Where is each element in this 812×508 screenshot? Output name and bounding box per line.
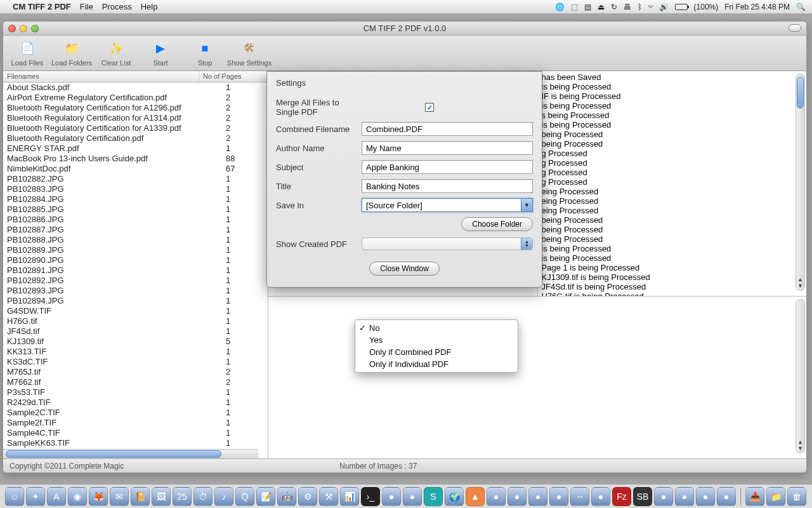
list-item[interactable]: g Processed — [542, 177, 796, 187]
dock-trash[interactable]: 🗑 — [787, 487, 806, 506]
table-row[interactable]: PB102891.JPG1 — [3, 265, 268, 276]
table-row[interactable]: PB102888.JPG1 — [3, 235, 268, 245]
dock-activity[interactable]: ⏱ — [193, 487, 213, 506]
dock-xcode[interactable]: ⚒ — [319, 487, 338, 506]
menu-help[interactable]: Help — [141, 2, 158, 11]
table-row[interactable]: AirPort Extreme Regulatory Certification… — [3, 93, 268, 103]
list-item[interactable]: being Processed — [542, 139, 796, 149]
dropbox-icon[interactable]: ⬚ — [571, 3, 578, 11]
table-row[interactable]: PB102882.JPG1 — [3, 174, 268, 184]
menu-option[interactable]: Yes — [355, 334, 518, 346]
combined-filename-field[interactable] — [362, 122, 533, 136]
table-row[interactable]: PB102890.JPG1 — [3, 255, 268, 265]
dock-terminal[interactable]: ›_ — [361, 487, 380, 506]
dock-addressbook[interactable]: 📔 — [131, 487, 150, 506]
log-scrollbar[interactable]: ▲▼ — [796, 74, 805, 291]
table-row[interactable]: About Stacks.pdf1 — [3, 83, 268, 93]
dock-safari[interactable]: ✦ — [26, 487, 45, 506]
table-row[interactable]: KS3dC.TIF1 — [3, 357, 268, 367]
list-item[interactable]: KJ1309.tif is being Processed — [542, 272, 796, 282]
col-filenames[interactable]: Filenames — [3, 71, 199, 82]
savein-combo[interactable]: [Source Folder] ▼ — [362, 198, 533, 212]
merge-checkbox[interactable]: ✓ — [425, 103, 434, 112]
dock-app10[interactable]: ● — [675, 487, 694, 506]
dock[interactable]: ☺ ✦ A ◉ 🦊 ✉ 📔 🖼 25 ⏱ ♪ Q 📝 🤖 ⚙ ⚒ 📊 ›_ ● … — [0, 484, 812, 508]
dock-teamviewer[interactable]: ↔ — [570, 487, 589, 506]
list-item[interactable]: being Processed — [542, 234, 796, 244]
table-row[interactable]: PB102885.JPG1 — [3, 204, 268, 215]
table-row[interactable]: MacBook Pro 13-inch Users Guide.pdf88 — [3, 154, 268, 164]
fax-icon[interactable]: 🖷 — [624, 3, 631, 11]
dock-dashboard[interactable]: ◉ — [68, 487, 87, 506]
table-row[interactable]: PB102886.JPG1 — [3, 215, 268, 225]
list-item[interactable]: g Processed — [542, 149, 796, 158]
table-row[interactable]: Sample2f.TIF1 — [3, 418, 268, 428]
list-item[interactable]: eing Processed — [542, 206, 796, 215]
dock-quicktime[interactable]: Q — [235, 487, 254, 506]
stop-button[interactable]: ■ Stop — [185, 38, 225, 67]
dock-firefox[interactable]: 🦊 — [89, 487, 108, 506]
app-menu-name[interactable]: CM TIFF 2 PDF — [13, 2, 71, 11]
col-pages[interactable]: No of Pages — [199, 71, 268, 82]
table-row[interactable]: Sample4C.TIF1 — [3, 428, 268, 438]
list-item[interactable]: eing Processed — [542, 196, 796, 206]
menu-option[interactable]: Only if Combined PDF — [355, 346, 518, 358]
dock-app4[interactable]: ● — [508, 487, 527, 506]
dock-app2[interactable]: ● — [403, 487, 422, 506]
load-files-button[interactable]: 📄 Load Files — [7, 38, 48, 67]
dock-skype[interactable]: S — [424, 487, 443, 506]
show-settings-button[interactable]: 🛠 Show Settings — [229, 38, 270, 67]
eject-icon[interactable]: ⏏ — [598, 3, 605, 11]
dock-sysprefs[interactable]: ⚙ — [298, 487, 317, 506]
list-item[interactable]: is being Processed — [542, 244, 796, 253]
spotlight-icon[interactable]: 🔍 — [796, 3, 806, 11]
dock-app9[interactable]: ● — [654, 487, 673, 506]
list-item[interactable]: is being Processed — [542, 253, 796, 263]
list-item[interactable]: JF4Sd.tif is being Processed — [542, 282, 796, 291]
dock-filezilla[interactable]: Fz — [612, 487, 631, 506]
list-item[interactable]: being Processed — [542, 130, 796, 139]
dock-ical[interactable]: 25 — [173, 487, 192, 506]
display-icon[interactable]: ▤ — [584, 3, 591, 11]
globe-icon[interactable]: 🌐 — [555, 3, 565, 11]
dock-vlc[interactable]: ▲ — [466, 487, 485, 506]
dock-itunes[interactable]: ♪ — [214, 487, 233, 506]
dock-mail[interactable]: ✉ — [110, 487, 129, 506]
table-row[interactable]: PB102884.JPG1 — [3, 194, 268, 204]
clock[interactable]: Fri Feb 25 4:48 PM — [724, 3, 790, 11]
list-item[interactable]: is being Processed — [542, 101, 796, 110]
table-row[interactable]: PB102883.JPG1 — [3, 184, 268, 194]
table-row[interactable]: Sample2C.TIF1 — [3, 408, 268, 418]
table-row[interactable]: KJ1309.tif5 — [3, 337, 268, 347]
list-item[interactable]: is being Processed — [542, 120, 796, 130]
list-item[interactable]: Page 1 is being Processed — [542, 263, 796, 272]
table-row[interactable]: Bluetooth Regulatory Certification.pdf2 — [3, 133, 268, 144]
menu-process[interactable]: Process — [102, 2, 132, 11]
table-row[interactable]: PB102887.JPG1 — [3, 225, 268, 235]
table-row[interactable]: PB102892.JPG1 — [3, 276, 268, 286]
table-row[interactable]: G4SDW.TIF1 — [3, 306, 268, 316]
table-row[interactable]: Bluetooth Regulatory Certification for A… — [3, 103, 268, 113]
table-row[interactable]: M7662.tif2 — [3, 377, 268, 387]
menu-option[interactable]: No — [355, 322, 518, 334]
show-created-options-menu[interactable]: NoYesOnly if Combined PDFOnly if Individ… — [355, 319, 518, 373]
dock-app7[interactable]: ● — [591, 487, 610, 506]
list-item[interactable]: has been Saved — [542, 72, 796, 82]
table-row[interactable]: P3s53.TIF1 — [3, 387, 268, 398]
table-row[interactable]: H76G.tif1 — [3, 316, 268, 326]
preview-scrollbar[interactable]: ▲▼ — [796, 299, 805, 453]
list-item[interactable]: being Processed — [542, 225, 796, 234]
close-window-button[interactable]: Close Window — [369, 262, 440, 276]
show-created-popup[interactable]: ▲▼ — [362, 237, 533, 250]
log-list[interactable]: has been Savedis being ProcessedIF is be… — [538, 71, 807, 296]
dock-textedit[interactable]: 📝 — [256, 487, 275, 506]
toolbar-toggle-button[interactable] — [789, 24, 801, 32]
dock-folder[interactable]: 📁 — [766, 487, 785, 506]
list-item[interactable]: is being Processed — [542, 82, 796, 91]
table-row[interactable]: JF4Sd.tif1 — [3, 326, 268, 337]
subject-field[interactable] — [362, 160, 533, 174]
dock-automator[interactable]: 🤖 — [277, 487, 296, 506]
table-row[interactable]: ENERGY STAR.pdf1 — [3, 144, 268, 154]
list-item[interactable]: g Processed — [542, 158, 796, 168]
wifi-icon[interactable]: ⌔ — [648, 3, 653, 11]
